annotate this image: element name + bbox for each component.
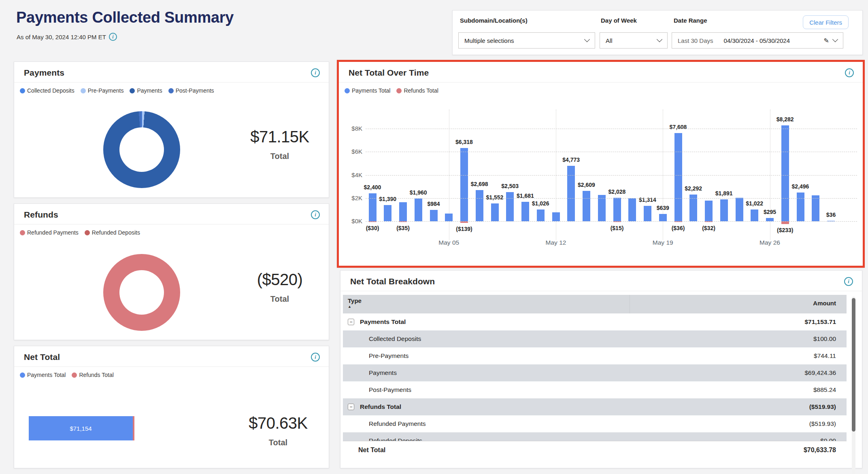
bar-data-label: $6,318 bbox=[455, 139, 473, 145]
collapse-icon[interactable]: − bbox=[348, 319, 354, 325]
table-rows-viewport[interactable]: −Payments Total$71,153.71Collected Depos… bbox=[343, 313, 847, 441]
info-icon[interactable]: i bbox=[844, 277, 853, 286]
legend-item-refunded-deposits[interactable]: Refunded Deposits bbox=[85, 229, 140, 236]
payments-bar[interactable] bbox=[552, 212, 560, 221]
legend-label: Refunded Payments bbox=[27, 229, 79, 236]
refunds-total-bar-segment[interactable] bbox=[133, 416, 134, 440]
payments-bar[interactable] bbox=[628, 198, 636, 221]
payments-bar[interactable] bbox=[812, 195, 819, 221]
scrollbar-thumb[interactable] bbox=[852, 298, 855, 432]
clear-filters-button[interactable]: Clear Filters bbox=[803, 15, 849, 29]
row-amount-value: $71,153.71 bbox=[630, 318, 847, 326]
net-total-bar[interactable]: $71,154 bbox=[29, 416, 134, 440]
payments-bar[interactable] bbox=[415, 199, 422, 221]
info-icon[interactable]: i bbox=[311, 68, 320, 77]
payments-bar[interactable] bbox=[797, 193, 804, 221]
bar-data-label: $984 bbox=[427, 201, 440, 207]
info-icon[interactable]: i bbox=[845, 68, 854, 77]
table-row-refunds-total[interactable]: −Refunds Total($519.93) bbox=[343, 398, 847, 415]
payments-bar[interactable] bbox=[506, 192, 514, 221]
legend-item-payments-total[interactable]: Payments Total bbox=[20, 372, 66, 378]
y-gridline bbox=[366, 221, 857, 222]
table-row-payments[interactable]: Payments$69,424.36 bbox=[343, 364, 847, 381]
refunds-donut-chart[interactable] bbox=[103, 254, 180, 331]
payments-bar[interactable] bbox=[445, 214, 453, 221]
info-icon[interactable]: i bbox=[311, 353, 320, 362]
table-total-row[interactable]: Net Total $70,633.78 bbox=[343, 441, 847, 459]
legend-item-collected-deposits[interactable]: Collected Deposits bbox=[20, 87, 74, 94]
legend-item-pre-payments[interactable]: Pre-Payments bbox=[81, 87, 124, 94]
type-column-header[interactable]: Type ▲ bbox=[343, 295, 630, 313]
row-amount-value: ($519.93) bbox=[630, 420, 847, 427]
payments-bar[interactable] bbox=[583, 191, 590, 221]
payments-bar[interactable] bbox=[567, 166, 575, 221]
net-total-card: Net Total i Payments TotalRefunds Total … bbox=[14, 346, 329, 468]
info-icon[interactable]: i bbox=[311, 210, 320, 219]
legend-item-refunds-total[interactable]: Refunds Total bbox=[396, 87, 438, 94]
as-of-text: As of May 30, 2024 12:40 PM ET bbox=[17, 34, 106, 40]
legend-item-refunds-total[interactable]: Refunds Total bbox=[72, 372, 113, 378]
legend-dot-icon bbox=[20, 372, 25, 378]
payments-bar[interactable] bbox=[384, 205, 391, 221]
date-range-dropdown[interactable]: Last 30 Days 04/30/2024 - 05/30/2024 ✎ bbox=[672, 32, 843, 49]
net-total-legend: Payments TotalRefunds Total bbox=[14, 367, 329, 378]
legend-dot-icon bbox=[81, 88, 86, 93]
payments-bar[interactable] bbox=[460, 148, 468, 221]
table-row-pre-payments[interactable]: Pre-Payments$744.11 bbox=[343, 347, 847, 364]
payments-donut-chart[interactable] bbox=[103, 111, 180, 188]
payments-bar[interactable] bbox=[491, 203, 499, 221]
net-total-total: $70.63K Total bbox=[230, 414, 327, 447]
row-type-label: Refunds Total bbox=[360, 403, 401, 411]
payments-bar[interactable] bbox=[705, 201, 713, 221]
subdomain-dropdown[interactable]: Multiple selections bbox=[458, 32, 595, 49]
collapse-icon[interactable]: − bbox=[348, 404, 354, 410]
table-row-refunded-payments[interactable]: Refunded Payments($519.93) bbox=[343, 415, 847, 432]
table-row-post-payments[interactable]: Post-Payments$885.24 bbox=[343, 381, 847, 398]
payments-bar[interactable] bbox=[613, 198, 621, 221]
row-amount-value: $885.24 bbox=[630, 386, 847, 394]
payments-bar[interactable] bbox=[689, 195, 697, 221]
legend-dot-icon bbox=[130, 88, 135, 93]
payments-bar[interactable] bbox=[659, 214, 667, 221]
info-icon[interactable]: i bbox=[109, 33, 117, 41]
pencil-icon[interactable]: ✎ bbox=[824, 37, 829, 44]
bar-data-label: $2,698 bbox=[471, 181, 488, 187]
payments-bar[interactable] bbox=[736, 198, 743, 221]
payments-total-bar-segment[interactable]: $71,154 bbox=[29, 416, 133, 440]
subdomain-dropdown-value: Multiple selections bbox=[464, 37, 581, 44]
payments-bar[interactable] bbox=[766, 218, 774, 221]
payments-bar[interactable] bbox=[720, 199, 728, 221]
payments-bar[interactable] bbox=[644, 206, 651, 221]
refund-data-label: ($30) bbox=[366, 225, 379, 231]
payments-bar[interactable] bbox=[674, 133, 682, 221]
payments-bar[interactable] bbox=[751, 209, 758, 221]
y-gridline bbox=[366, 129, 857, 129]
row-amount-value: ($519.93) bbox=[630, 403, 847, 411]
as-of-timestamp: As of May 30, 2024 12:40 PM ET i bbox=[17, 33, 117, 41]
chevron-down-icon bbox=[832, 36, 838, 42]
payments-bar[interactable] bbox=[598, 195, 606, 221]
payments-bar[interactable] bbox=[537, 209, 545, 221]
legend-item-payments-total[interactable]: Payments Total bbox=[345, 87, 390, 94]
row-type-label: Pre-Payments bbox=[369, 352, 408, 360]
table-row-payments-total[interactable]: −Payments Total$71,153.71 bbox=[343, 313, 847, 330]
payments-bar[interactable] bbox=[781, 125, 789, 221]
amount-column-header[interactable]: Amount bbox=[630, 295, 847, 313]
table-scrollbar[interactable] bbox=[852, 296, 855, 474]
table-row-collected-deposits[interactable]: Collected Deposits$100.00 bbox=[343, 330, 847, 347]
payments-bar[interactable] bbox=[369, 193, 377, 221]
net-total-breakdown-card: Net Total Breakdown i Type ▲ Amount −Pay… bbox=[340, 270, 862, 468]
payments-bar[interactable] bbox=[399, 202, 407, 221]
payments-card-title: Payments bbox=[24, 68, 64, 78]
payments-total-amount: $71.15K bbox=[231, 128, 328, 146]
legend-item-payments[interactable]: Payments bbox=[130, 87, 162, 94]
bar-data-label: $7,608 bbox=[670, 124, 687, 130]
table-row-refunded-deposits[interactable]: Refunded Deposits$0.00 bbox=[343, 432, 847, 441]
payments-bar[interactable] bbox=[476, 190, 483, 221]
legend-item-refunded-payments[interactable]: Refunded Payments bbox=[20, 229, 79, 236]
day-of-week-dropdown[interactable]: All bbox=[600, 32, 668, 49]
payments-bar[interactable] bbox=[521, 202, 529, 221]
payments-bar[interactable] bbox=[430, 210, 438, 221]
legend-item-post-payments[interactable]: Post-Payments bbox=[168, 87, 214, 94]
total-row-amount: $70,633.78 bbox=[630, 446, 847, 454]
